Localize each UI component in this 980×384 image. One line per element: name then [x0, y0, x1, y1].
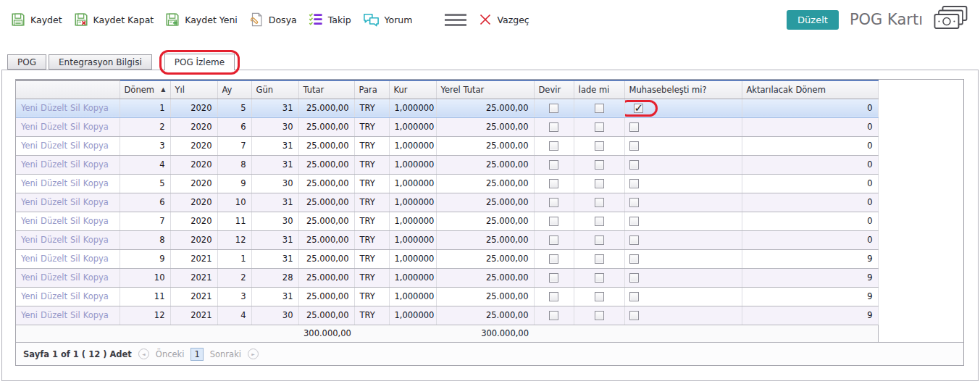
- tab-entegrasyon-bilgisi[interactable]: Entegrasyon Bilgisi: [49, 54, 152, 70]
- row-action-duzelt[interactable]: Düzelt: [41, 235, 67, 245]
- previous-page-button[interactable]: Önceki: [156, 349, 185, 359]
- table-row[interactable]: YeniDüzeltSilKopya9202113125.000,00TRY1,…: [16, 249, 878, 268]
- cancel-button[interactable]: Vazgeç: [478, 12, 529, 27]
- row-action-sil[interactable]: Sil: [70, 159, 80, 170]
- row-action-sil[interactable]: Sil: [70, 197, 80, 207]
- row-action-duzelt[interactable]: Düzelt: [41, 216, 67, 226]
- row-action-kopya[interactable]: Kopya: [83, 272, 109, 283]
- table-row[interactable]: YeniDüzeltSilKopya11202133125.000,00TRY1…: [16, 287, 878, 306]
- table-row[interactable]: YeniDüzeltSilKopya3202073125.000,00TRY1,…: [16, 136, 878, 155]
- row-action-yeni[interactable]: Yeni: [21, 216, 38, 226]
- muhasebelesti-mi-checkbox[interactable]: [629, 273, 639, 283]
- row-action-kopya[interactable]: Kopya: [83, 103, 109, 113]
- next-page-button[interactable]: Sonraki: [210, 349, 241, 359]
- devir-checkbox[interactable]: [549, 273, 558, 283]
- row-action-sil[interactable]: Sil: [70, 235, 80, 245]
- row-action-yeni[interactable]: Yeni: [21, 291, 38, 301]
- row-action-duzelt[interactable]: Düzelt: [41, 103, 67, 113]
- table-row[interactable]: YeniDüzeltSilKopya12202143025.000,00TRY1…: [16, 306, 878, 325]
- devir-checkbox[interactable]: [549, 235, 558, 245]
- muhasebelesti-mi-checkbox[interactable]: [629, 141, 639, 151]
- iade-mi-checkbox[interactable]: [595, 273, 604, 283]
- devir-checkbox[interactable]: [549, 292, 558, 301]
- muhasebelesti-mi-checkbox[interactable]: [629, 235, 639, 245]
- iade-mi-checkbox[interactable]: [595, 104, 604, 113]
- row-action-duzelt[interactable]: Düzelt: [41, 272, 67, 283]
- row-action-sil[interactable]: Sil: [70, 254, 80, 264]
- row-action-kopya[interactable]: Kopya: [83, 216, 109, 226]
- devir-checkbox[interactable]: [549, 122, 558, 132]
- iade-mi-checkbox[interactable]: [595, 179, 604, 188]
- column-header-aktarilacak_donem[interactable]: Aktarılacak Dönem: [742, 80, 878, 99]
- row-action-sil[interactable]: Sil: [70, 216, 80, 226]
- iade-mi-checkbox[interactable]: [595, 254, 604, 264]
- row-action-yeni[interactable]: Yeni: [21, 197, 38, 207]
- column-header-donem[interactable]: Dönem▲: [120, 80, 170, 99]
- table-row[interactable]: YeniDüzeltSilKopya5202093025.000,00TRY1,…: [16, 174, 878, 193]
- row-action-kopya[interactable]: Kopya: [83, 122, 109, 132]
- iade-mi-checkbox[interactable]: [595, 160, 604, 170]
- row-action-duzelt[interactable]: Düzelt: [41, 122, 67, 132]
- hamburger-menu-button[interactable]: [445, 12, 466, 28]
- row-action-sil[interactable]: Sil: [70, 310, 80, 320]
- iade-mi-checkbox[interactable]: [595, 217, 604, 226]
- row-action-kopya[interactable]: Kopya: [83, 310, 109, 320]
- row-action-sil[interactable]: Sil: [70, 141, 80, 151]
- row-action-kopya[interactable]: Kopya: [83, 178, 109, 188]
- devir-checkbox[interactable]: [549, 311, 558, 320]
- save-new-button[interactable]: Kaydet Yeni: [164, 12, 238, 28]
- iade-mi-checkbox[interactable]: [595, 235, 604, 245]
- devir-checkbox[interactable]: [549, 179, 558, 188]
- row-action-kopya[interactable]: Kopya: [83, 141, 109, 151]
- table-row[interactable]: YeniDüzeltSilKopya72020113025.000,00TRY1…: [16, 212, 878, 230]
- row-action-sil[interactable]: Sil: [70, 103, 80, 113]
- column-header-yil[interactable]: Yıl: [170, 80, 217, 99]
- tab-pog[interactable]: POG: [7, 54, 46, 70]
- devir-checkbox[interactable]: [549, 217, 558, 226]
- row-action-kopya[interactable]: Kopya: [83, 197, 109, 207]
- column-header-actions[interactable]: [16, 80, 120, 99]
- column-header-devir[interactable]: Devir: [534, 80, 574, 99]
- row-action-yeni[interactable]: Yeni: [21, 159, 38, 170]
- row-action-sil[interactable]: Sil: [70, 178, 80, 188]
- file-button[interactable]: Dosya: [248, 12, 297, 28]
- iade-mi-checkbox[interactable]: [595, 122, 604, 132]
- row-action-duzelt[interactable]: Düzelt: [41, 178, 67, 188]
- table-row[interactable]: YeniDüzeltSilKopya62020103125.000,00TRY1…: [16, 193, 878, 212]
- row-action-kopya[interactable]: Kopya: [83, 159, 109, 170]
- muhasebelesti-mi-checkbox[interactable]: [629, 160, 639, 170]
- next-page-icon[interactable]: [248, 348, 259, 359]
- devir-checkbox[interactable]: [549, 141, 558, 151]
- muhasebelesti-mi-checkbox[interactable]: [629, 311, 639, 320]
- devir-checkbox[interactable]: [549, 160, 558, 170]
- row-action-yeni[interactable]: Yeni: [21, 272, 38, 283]
- previous-page-icon[interactable]: [138, 348, 149, 359]
- row-action-yeni[interactable]: Yeni: [21, 178, 38, 188]
- column-header-kur[interactable]: Kur: [389, 80, 436, 99]
- row-action-duzelt[interactable]: Düzelt: [41, 197, 67, 207]
- table-row[interactable]: YeniDüzeltSilKopya2202063025.000,00TRY1,…: [16, 117, 878, 136]
- iade-mi-checkbox[interactable]: [595, 141, 604, 151]
- column-header-iade_mi[interactable]: İade mi: [574, 80, 624, 99]
- row-action-yeni[interactable]: Yeni: [21, 103, 38, 113]
- column-header-muhasebelesti_mi[interactable]: Muhasebeleşti mi?: [624, 80, 742, 99]
- column-header-gun[interactable]: Gün: [251, 80, 298, 99]
- devir-checkbox[interactable]: [549, 104, 558, 113]
- muhasebelesti-mi-checkbox[interactable]: [629, 198, 639, 207]
- row-action-duzelt[interactable]: Düzelt: [41, 310, 67, 320]
- save-close-button[interactable]: Kaydet Kapat: [73, 12, 154, 28]
- row-action-yeni[interactable]: Yeni: [21, 122, 38, 132]
- table-row[interactable]: YeniDüzeltSilKopya4202083125.000,00TRY1,…: [16, 155, 878, 174]
- edit-button[interactable]: Düzelt: [787, 10, 839, 30]
- row-action-yeni[interactable]: Yeni: [21, 254, 38, 264]
- row-action-kopya[interactable]: Kopya: [83, 254, 109, 264]
- column-header-yerel_tutar[interactable]: Yerel Tutar: [436, 80, 534, 99]
- row-action-duzelt[interactable]: Düzelt: [41, 254, 67, 264]
- table-row[interactable]: YeniDüzeltSilKopya1202053125.000,00TRY1,…: [16, 99, 878, 117]
- current-page-button[interactable]: 1: [190, 348, 203, 361]
- table-row[interactable]: YeniDüzeltSilKopya82020123125.000,00TRY1…: [16, 230, 878, 249]
- muhasebelesti-mi-checkbox[interactable]: [629, 179, 639, 188]
- row-action-duzelt[interactable]: Düzelt: [41, 159, 67, 170]
- muhasebelesti-mi-checkbox[interactable]: [629, 292, 639, 301]
- column-header-ay[interactable]: Ay: [217, 80, 251, 99]
